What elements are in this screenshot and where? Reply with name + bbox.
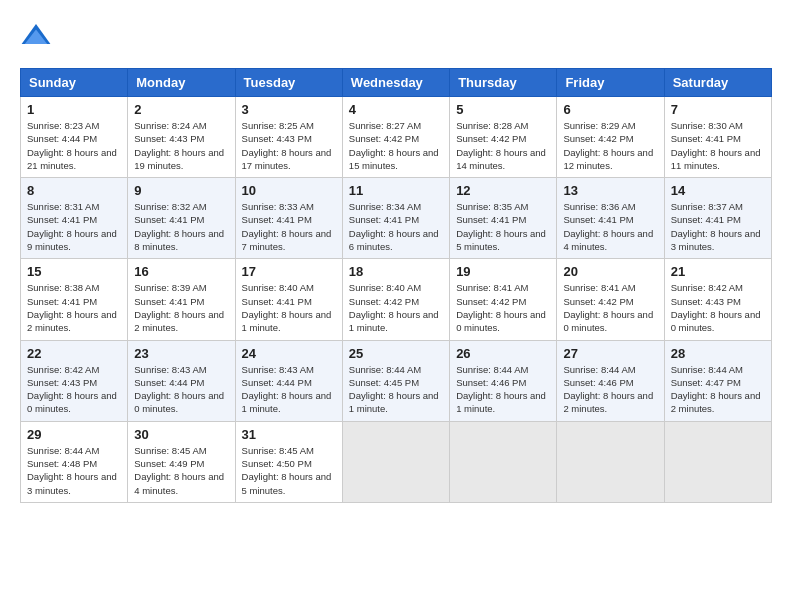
day-number: 12	[456, 183, 550, 198]
calendar-cell: 14Sunrise: 8:37 AM Sunset: 4:41 PM Dayli…	[664, 178, 771, 259]
cell-info: Sunrise: 8:44 AM Sunset: 4:47 PM Dayligh…	[671, 363, 765, 416]
day-number: 11	[349, 183, 443, 198]
cell-info: Sunrise: 8:27 AM Sunset: 4:42 PM Dayligh…	[349, 119, 443, 172]
cell-info: Sunrise: 8:42 AM Sunset: 4:43 PM Dayligh…	[671, 281, 765, 334]
calendar-cell	[664, 421, 771, 502]
day-number: 27	[563, 346, 657, 361]
day-number: 16	[134, 264, 228, 279]
calendar-cell: 24Sunrise: 8:43 AM Sunset: 4:44 PM Dayli…	[235, 340, 342, 421]
calendar-week-row: 22Sunrise: 8:42 AM Sunset: 4:43 PM Dayli…	[21, 340, 772, 421]
day-number: 15	[27, 264, 121, 279]
calendar-cell	[342, 421, 449, 502]
cell-info: Sunrise: 8:33 AM Sunset: 4:41 PM Dayligh…	[242, 200, 336, 253]
day-number: 9	[134, 183, 228, 198]
cell-info: Sunrise: 8:42 AM Sunset: 4:43 PM Dayligh…	[27, 363, 121, 416]
cell-info: Sunrise: 8:36 AM Sunset: 4:41 PM Dayligh…	[563, 200, 657, 253]
day-number: 23	[134, 346, 228, 361]
calendar-cell: 15Sunrise: 8:38 AM Sunset: 4:41 PM Dayli…	[21, 259, 128, 340]
calendar-cell: 12Sunrise: 8:35 AM Sunset: 4:41 PM Dayli…	[450, 178, 557, 259]
day-number: 7	[671, 102, 765, 117]
page-header	[20, 20, 772, 52]
calendar-cell	[557, 421, 664, 502]
calendar-cell: 30Sunrise: 8:45 AM Sunset: 4:49 PM Dayli…	[128, 421, 235, 502]
cell-info: Sunrise: 8:29 AM Sunset: 4:42 PM Dayligh…	[563, 119, 657, 172]
day-of-week-header: Monday	[128, 69, 235, 97]
calendar-cell: 21Sunrise: 8:42 AM Sunset: 4:43 PM Dayli…	[664, 259, 771, 340]
calendar-week-row: 8Sunrise: 8:31 AM Sunset: 4:41 PM Daylig…	[21, 178, 772, 259]
calendar-cell: 19Sunrise: 8:41 AM Sunset: 4:42 PM Dayli…	[450, 259, 557, 340]
calendar-week-row: 1Sunrise: 8:23 AM Sunset: 4:44 PM Daylig…	[21, 97, 772, 178]
cell-info: Sunrise: 8:43 AM Sunset: 4:44 PM Dayligh…	[242, 363, 336, 416]
calendar-cell: 4Sunrise: 8:27 AM Sunset: 4:42 PM Daylig…	[342, 97, 449, 178]
day-number: 20	[563, 264, 657, 279]
cell-info: Sunrise: 8:40 AM Sunset: 4:42 PM Dayligh…	[349, 281, 443, 334]
calendar-cell: 22Sunrise: 8:42 AM Sunset: 4:43 PM Dayli…	[21, 340, 128, 421]
calendar-cell: 13Sunrise: 8:36 AM Sunset: 4:41 PM Dayli…	[557, 178, 664, 259]
day-number: 18	[349, 264, 443, 279]
day-of-week-header: Tuesday	[235, 69, 342, 97]
cell-info: Sunrise: 8:37 AM Sunset: 4:41 PM Dayligh…	[671, 200, 765, 253]
cell-info: Sunrise: 8:28 AM Sunset: 4:42 PM Dayligh…	[456, 119, 550, 172]
cell-info: Sunrise: 8:31 AM Sunset: 4:41 PM Dayligh…	[27, 200, 121, 253]
cell-info: Sunrise: 8:25 AM Sunset: 4:43 PM Dayligh…	[242, 119, 336, 172]
calendar-table: SundayMondayTuesdayWednesdayThursdayFrid…	[20, 68, 772, 503]
day-number: 21	[671, 264, 765, 279]
day-of-week-header: Wednesday	[342, 69, 449, 97]
calendar-cell: 9Sunrise: 8:32 AM Sunset: 4:41 PM Daylig…	[128, 178, 235, 259]
calendar-week-row: 29Sunrise: 8:44 AM Sunset: 4:48 PM Dayli…	[21, 421, 772, 502]
cell-info: Sunrise: 8:41 AM Sunset: 4:42 PM Dayligh…	[563, 281, 657, 334]
day-number: 2	[134, 102, 228, 117]
cell-info: Sunrise: 8:44 AM Sunset: 4:45 PM Dayligh…	[349, 363, 443, 416]
calendar-header-row: SundayMondayTuesdayWednesdayThursdayFrid…	[21, 69, 772, 97]
calendar-cell: 2Sunrise: 8:24 AM Sunset: 4:43 PM Daylig…	[128, 97, 235, 178]
calendar-cell: 11Sunrise: 8:34 AM Sunset: 4:41 PM Dayli…	[342, 178, 449, 259]
day-number: 19	[456, 264, 550, 279]
calendar-cell: 5Sunrise: 8:28 AM Sunset: 4:42 PM Daylig…	[450, 97, 557, 178]
calendar-cell: 28Sunrise: 8:44 AM Sunset: 4:47 PM Dayli…	[664, 340, 771, 421]
cell-info: Sunrise: 8:44 AM Sunset: 4:46 PM Dayligh…	[456, 363, 550, 416]
cell-info: Sunrise: 8:39 AM Sunset: 4:41 PM Dayligh…	[134, 281, 228, 334]
cell-info: Sunrise: 8:44 AM Sunset: 4:46 PM Dayligh…	[563, 363, 657, 416]
day-number: 31	[242, 427, 336, 442]
day-number: 5	[456, 102, 550, 117]
day-of-week-header: Sunday	[21, 69, 128, 97]
calendar-cell: 3Sunrise: 8:25 AM Sunset: 4:43 PM Daylig…	[235, 97, 342, 178]
day-number: 26	[456, 346, 550, 361]
cell-info: Sunrise: 8:30 AM Sunset: 4:41 PM Dayligh…	[671, 119, 765, 172]
day-number: 25	[349, 346, 443, 361]
cell-info: Sunrise: 8:40 AM Sunset: 4:41 PM Dayligh…	[242, 281, 336, 334]
calendar-cell: 23Sunrise: 8:43 AM Sunset: 4:44 PM Dayli…	[128, 340, 235, 421]
day-number: 4	[349, 102, 443, 117]
day-number: 28	[671, 346, 765, 361]
day-number: 3	[242, 102, 336, 117]
day-of-week-header: Saturday	[664, 69, 771, 97]
day-number: 14	[671, 183, 765, 198]
cell-info: Sunrise: 8:43 AM Sunset: 4:44 PM Dayligh…	[134, 363, 228, 416]
cell-info: Sunrise: 8:24 AM Sunset: 4:43 PM Dayligh…	[134, 119, 228, 172]
day-of-week-header: Thursday	[450, 69, 557, 97]
calendar-cell: 10Sunrise: 8:33 AM Sunset: 4:41 PM Dayli…	[235, 178, 342, 259]
cell-info: Sunrise: 8:38 AM Sunset: 4:41 PM Dayligh…	[27, 281, 121, 334]
calendar-cell: 25Sunrise: 8:44 AM Sunset: 4:45 PM Dayli…	[342, 340, 449, 421]
calendar-cell: 8Sunrise: 8:31 AM Sunset: 4:41 PM Daylig…	[21, 178, 128, 259]
cell-info: Sunrise: 8:23 AM Sunset: 4:44 PM Dayligh…	[27, 119, 121, 172]
cell-info: Sunrise: 8:35 AM Sunset: 4:41 PM Dayligh…	[456, 200, 550, 253]
day-number: 30	[134, 427, 228, 442]
calendar-cell: 6Sunrise: 8:29 AM Sunset: 4:42 PM Daylig…	[557, 97, 664, 178]
day-number: 24	[242, 346, 336, 361]
calendar-cell: 29Sunrise: 8:44 AM Sunset: 4:48 PM Dayli…	[21, 421, 128, 502]
calendar-cell: 27Sunrise: 8:44 AM Sunset: 4:46 PM Dayli…	[557, 340, 664, 421]
day-number: 10	[242, 183, 336, 198]
calendar-cell: 16Sunrise: 8:39 AM Sunset: 4:41 PM Dayli…	[128, 259, 235, 340]
cell-info: Sunrise: 8:34 AM Sunset: 4:41 PM Dayligh…	[349, 200, 443, 253]
cell-info: Sunrise: 8:45 AM Sunset: 4:49 PM Dayligh…	[134, 444, 228, 497]
calendar-cell: 26Sunrise: 8:44 AM Sunset: 4:46 PM Dayli…	[450, 340, 557, 421]
calendar-cell: 20Sunrise: 8:41 AM Sunset: 4:42 PM Dayli…	[557, 259, 664, 340]
cell-info: Sunrise: 8:32 AM Sunset: 4:41 PM Dayligh…	[134, 200, 228, 253]
logo	[20, 20, 56, 52]
day-number: 8	[27, 183, 121, 198]
day-number: 1	[27, 102, 121, 117]
calendar-cell: 17Sunrise: 8:40 AM Sunset: 4:41 PM Dayli…	[235, 259, 342, 340]
day-number: 6	[563, 102, 657, 117]
calendar-cell: 18Sunrise: 8:40 AM Sunset: 4:42 PM Dayli…	[342, 259, 449, 340]
